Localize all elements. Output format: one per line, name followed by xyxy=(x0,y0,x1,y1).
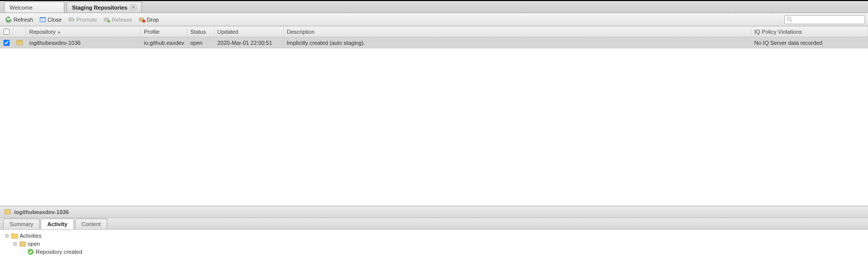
repository-grid: Repository ▲ Profile Status Updated Desc… xyxy=(0,26,868,206)
select-all-checkbox[interactable] xyxy=(4,29,10,35)
grid-header: Repository ▲ Profile Status Updated Desc… xyxy=(0,26,868,37)
tree-label: Repository created xyxy=(36,249,82,255)
tab-summary[interactable]: Summary xyxy=(3,219,40,229)
svg-point-7 xyxy=(787,17,791,20)
promote-icon xyxy=(68,16,75,23)
row-checkbox[interactable] xyxy=(4,40,10,46)
search-input[interactable] xyxy=(794,17,863,23)
svg-rect-2 xyxy=(68,18,73,22)
button-label: Promote xyxy=(76,17,98,23)
tree-leaf-repository-created[interactable]: Repository created xyxy=(4,248,864,256)
column-profile[interactable]: Profile xyxy=(141,27,187,37)
column-icon xyxy=(13,27,26,37)
svg-rect-10 xyxy=(17,40,23,42)
success-icon xyxy=(27,248,34,255)
release-button: Release xyxy=(101,15,134,24)
tab-welcome[interactable]: Welcome xyxy=(4,2,64,13)
activity-tree: ⊟ Activities ⊟ open Repository created xyxy=(0,230,868,260)
collapse-icon[interactable]: ⊟ xyxy=(12,241,18,246)
detail-tabstrip: Summary Activity Content xyxy=(0,218,868,230)
cell-profile: io.github.eaxdev xyxy=(144,40,184,46)
cell-iq: No IQ Server data recorded xyxy=(754,40,822,46)
column-checkbox[interactable] xyxy=(0,27,13,37)
tree-label: open xyxy=(28,241,40,247)
button-label: Release xyxy=(112,17,132,23)
svg-rect-1 xyxy=(40,18,45,22)
collapse-icon[interactable]: ⊟ xyxy=(4,233,10,238)
tree-label: Activities xyxy=(20,233,41,239)
main-tabstrip: Welcome Staging Repositories × xyxy=(0,1,868,13)
button-label: Refresh xyxy=(14,17,33,23)
sort-asc-icon: ▲ xyxy=(57,30,61,34)
tree-node-activities[interactable]: ⊟ Activities xyxy=(4,232,864,240)
drop-button[interactable]: Drop xyxy=(136,15,161,24)
svg-point-6 xyxy=(142,20,145,23)
search-input-wrapper[interactable] xyxy=(784,15,865,24)
tab-label: Staging Repositories xyxy=(72,3,127,13)
table-row[interactable]: iogithubeaxdev-1036 io.github.eaxdev ope… xyxy=(0,37,868,48)
promote-button: Promote xyxy=(66,15,100,24)
column-updated[interactable]: Updated xyxy=(214,27,284,37)
column-iq-violations[interactable]: IQ Policy Violations xyxy=(751,27,868,37)
tab-label: Welcome xyxy=(10,3,33,13)
svg-line-8 xyxy=(791,20,792,22)
repo-icon xyxy=(4,208,11,216)
grid-empty-area xyxy=(0,48,868,205)
cell-status: open xyxy=(190,40,202,46)
release-icon xyxy=(103,16,110,23)
cell-repository: iogithubeaxdev-1036 xyxy=(29,40,81,46)
close-button[interactable]: Close xyxy=(37,15,64,24)
refresh-icon xyxy=(5,16,12,23)
button-label: Drop xyxy=(147,17,159,23)
close-repo-icon xyxy=(39,16,46,23)
tab-activity[interactable]: Activity xyxy=(41,219,74,229)
svg-point-4 xyxy=(107,20,110,23)
tab-staging-repositories[interactable]: Staging Repositories × xyxy=(66,2,142,13)
svg-rect-12 xyxy=(20,242,26,246)
toolbar: Refresh Close Promote Release Drop xyxy=(0,13,868,26)
cell-description: Implicitly created (auto staging). xyxy=(287,40,365,46)
column-repository[interactable]: Repository ▲ xyxy=(26,27,141,37)
folder-icon xyxy=(11,232,18,239)
detail-title-text: iogithubeaxdev-1036 xyxy=(14,209,69,215)
svg-rect-11 xyxy=(5,209,11,214)
cell-updated: 2020-Mar-01 22:00:51 xyxy=(217,40,272,46)
refresh-button[interactable]: Refresh xyxy=(3,15,35,24)
close-icon[interactable]: × xyxy=(130,5,136,11)
drop-icon xyxy=(138,16,145,23)
column-description[interactable]: Description xyxy=(284,27,751,37)
repo-open-icon xyxy=(16,39,23,47)
tree-node-open[interactable]: ⊟ open xyxy=(4,240,864,248)
column-status[interactable]: Status xyxy=(187,27,214,37)
detail-panel-title: iogithubeaxdev-1036 xyxy=(0,206,868,218)
button-label: Close xyxy=(48,17,62,23)
tab-content[interactable]: Content xyxy=(75,219,108,229)
search-icon xyxy=(786,16,793,23)
repo-icon xyxy=(19,240,26,247)
